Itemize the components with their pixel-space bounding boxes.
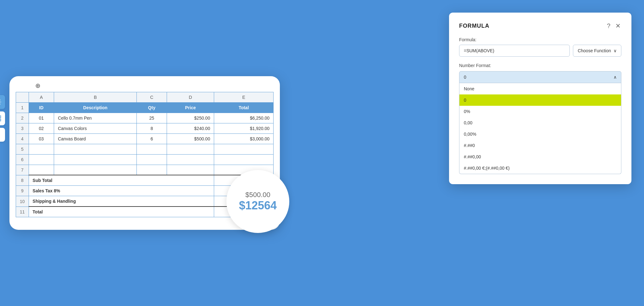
grid-toolbar-icon[interactable] [0,111,5,125]
col-header-e: E [214,92,274,102]
summary-label: Sales Tax 8% [29,186,214,196]
cell-qty: 25 [137,113,167,123]
cell-total: $1,920.00 [214,123,274,133]
table-row: 2 01 Cello 0.7mm Pen 25 $250.00 $6,250.0… [16,113,274,123]
cell-price: $250.00 [167,113,214,123]
col-header-c: C [137,92,167,102]
dropdown-item[interactable]: #.##0,00 [459,151,621,162]
cell-description: Canvas Colors [54,123,137,133]
zoom-price: $500.00 [245,191,270,199]
formula-header: FORMULA ? ✕ [459,21,621,30]
table-row: 4 03 Canvas Board 6 $500.00 $3,000.00 [16,133,274,144]
chevron-up-icon: ∧ [613,75,617,80]
row-num: 11 [16,207,29,217]
header-qty: Qty [137,102,167,113]
row-num-1: 1 [16,102,29,113]
zoom-total: $12564 [239,199,277,212]
dropdown-selected-value: 0 [464,75,466,80]
cell-total: $6,250.00 [214,113,274,123]
gear-toolbar-icon[interactable] [0,95,5,109]
toolbar: f∞ [0,95,5,142]
dropdown-item[interactable]: 0,00% [459,128,621,140]
svg-rect-2 [0,116,1,118]
cell-qty: 8 [137,123,167,133]
dropdown-item[interactable]: #.##0,00 €;(#.##0,00 €) [459,162,621,174]
cell-id: 02 [29,123,54,133]
formula-title: FORMULA [459,23,489,29]
chevron-down-icon: ∨ [613,48,617,53]
row-num: 9 [16,186,29,196]
dropdown-item[interactable]: 0,00 [459,117,621,128]
empty-row: 6 [16,154,274,165]
cell-price: $500.00 [167,133,214,144]
dropdown-list: None00%0,000,00%#.##0#.##0,00#.##0,00 €;… [459,83,621,174]
row-num: 3 [16,123,29,133]
row-num: 5 [16,144,29,154]
choose-function-label: Choose Function [578,48,611,53]
formula-dialog: FORMULA ? ✕ Formula: Choose Function ∨ N… [449,13,631,184]
header-description: Description [54,102,137,113]
header-price: Price [167,102,214,113]
header-id: ID [29,102,54,113]
col-header-b: B [54,92,137,102]
zoom-bubble: $500.00 $12564 [226,170,289,233]
cell-qty: 6 [137,133,167,144]
table-row: 3 02 Canvas Colors 8 $240.00 $1,920.00 [16,123,274,133]
dropdown-selected[interactable]: 0 ∧ [459,71,621,83]
col-header-empty [16,92,29,102]
row-num: 6 [16,154,29,165]
header-total: Total [214,102,274,113]
spreadsheet-container: f∞ ⊕ A B C D E 1 ID [9,76,280,230]
choose-function-button[interactable]: Choose Function ∨ [573,45,621,57]
formula-header-icons: ? ✕ [606,21,621,30]
cell-price: $240.00 [167,123,214,133]
row-num: 4 [16,133,29,144]
close-button[interactable]: ✕ [615,21,621,30]
col-header-d: D [167,92,214,102]
svg-rect-4 [0,119,1,121]
empty-row: 7 [16,165,274,175]
dropdown-item[interactable]: #.##0 [459,140,621,151]
number-format-label: Number Format: [459,63,621,68]
number-format-dropdown[interactable]: 0 ∧ None00%0,000,00%#.##0#.##0,00#.##0,0… [459,71,621,174]
cell-total: $3,000.00 [214,133,274,144]
row-num: 7 [16,165,29,175]
cell-description: Canvas Board [54,133,137,144]
function-toolbar-icon[interactable]: f∞ [0,128,5,142]
formula-input[interactable] [459,45,570,57]
row-num: 10 [16,196,29,207]
dropdown-item[interactable]: 0% [459,106,621,117]
summary-label: Sub Total [29,175,214,186]
cell-id: 01 [29,113,54,123]
row-num: 2 [16,113,29,123]
formula-label: Formula: [459,37,621,42]
summary-label: Total [29,207,214,217]
help-button[interactable]: ? [606,22,611,30]
dropdown-item[interactable]: None [459,83,621,94]
empty-row: 5 [16,144,274,154]
spreadsheet-panel: f∞ ⊕ A B C D E 1 ID [0,0,289,306]
row-num: 8 [16,175,29,186]
summary-label: Shipping & Handling [29,196,214,207]
cell-id: 03 [29,133,54,144]
dropdown-item[interactable]: 0 [459,94,621,106]
move-cursor-icon: ⊕ [35,82,41,89]
cell-description: Cello 0.7mm Pen [54,113,137,123]
formula-input-row: Choose Function ∨ [459,45,621,57]
col-header-a: A [29,92,54,102]
